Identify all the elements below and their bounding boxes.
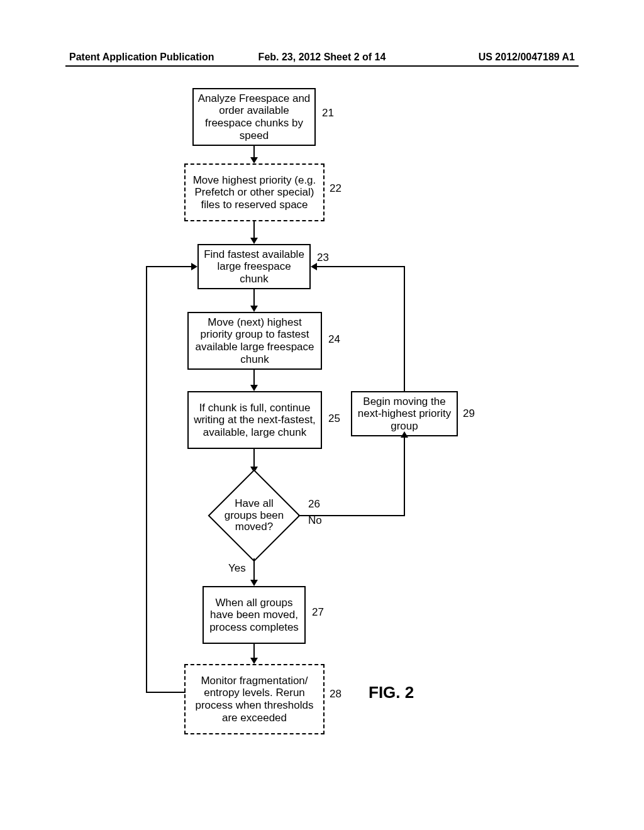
arrow-down-icon [250, 238, 258, 244]
step-22-text: Move highest priority (e.g. Prefetch or … [189, 174, 319, 211]
arrow-left-icon [311, 263, 317, 270]
decision-text: Have all groups been moved? [210, 472, 298, 560]
step-move-highest-priority-files: Move highest priority (e.g. Prefetch or … [184, 163, 325, 221]
page-header: Feb. 23, 2012 Sheet 2 of 14 Patent Appli… [69, 52, 575, 63]
figure-label: FIG. 2 [369, 683, 414, 702]
arrow-down-icon [250, 580, 258, 586]
connector [404, 436, 405, 516]
connector [146, 692, 186, 693]
header-rule [65, 65, 579, 67]
step-analyze-freespace: Analyze Freespace and order available fr… [192, 88, 316, 146]
header-right: US 2012/0047189 A1 [479, 52, 575, 63]
step-29-text: Begin moving the next-highest priority g… [356, 396, 453, 433]
connector [317, 266, 405, 267]
step-22-number: 22 [330, 182, 341, 195]
arrow-down-icon [250, 385, 258, 391]
connector [298, 515, 404, 516]
connector [253, 289, 255, 307]
connector [253, 221, 255, 239]
step-23-text: Find fastest available large freespace c… [203, 248, 306, 285]
arrow-down-icon [250, 658, 258, 664]
page: { "header": { "left": "Patent Applicatio… [0, 0, 644, 830]
step-continue-next-fastest: If chunk is full, continue writing at th… [187, 391, 322, 449]
step-begin-next-highest: Begin moving the next-highest priority g… [351, 391, 458, 436]
step-26-number: 26 [308, 498, 320, 511]
step-25-number: 25 [328, 412, 340, 425]
connector [146, 267, 147, 693]
connector [253, 558, 255, 581]
arrow-up-icon [401, 431, 408, 438]
connector [253, 146, 255, 158]
step-27-number: 27 [312, 606, 324, 619]
step-27-text: When all groups have been moved, process… [208, 597, 301, 634]
step-23-number: 23 [317, 252, 329, 264]
arrow-right-icon [191, 263, 197, 270]
step-28-text: Monitor fragmentation/ entropy levels. R… [189, 675, 319, 724]
step-28-number: 28 [330, 688, 341, 700]
step-25-text: If chunk is full, continue writing at th… [192, 402, 317, 439]
connector [146, 266, 192, 267]
step-24-text: Move (next) highest priority group to fa… [192, 316, 317, 365]
step-move-priority-group: Move (next) highest priority group to fa… [187, 312, 322, 370]
decision-no-label: No [308, 514, 322, 527]
connector [253, 370, 255, 386]
connector [404, 267, 405, 392]
step-21-number: 21 [322, 107, 334, 119]
connector [253, 449, 255, 468]
step-find-fastest-chunk: Find fastest available large freespace c… [197, 244, 311, 289]
step-29-number: 29 [463, 407, 475, 420]
connector [253, 644, 255, 659]
decision-all-groups-moved: Have all groups been moved? [210, 472, 298, 560]
step-24-number: 24 [328, 333, 340, 346]
step-monitor-fragmentation: Monitor fragmentation/ entropy levels. R… [184, 664, 325, 734]
arrow-down-icon [250, 306, 258, 312]
step-21-text: Analyze Freespace and order available fr… [197, 92, 311, 141]
arrow-down-icon [250, 157, 258, 163]
step-process-completes: When all groups have been moved, process… [203, 586, 306, 644]
decision-yes-label: Yes [228, 562, 246, 575]
header-left: Patent Application Publication [69, 52, 214, 63]
